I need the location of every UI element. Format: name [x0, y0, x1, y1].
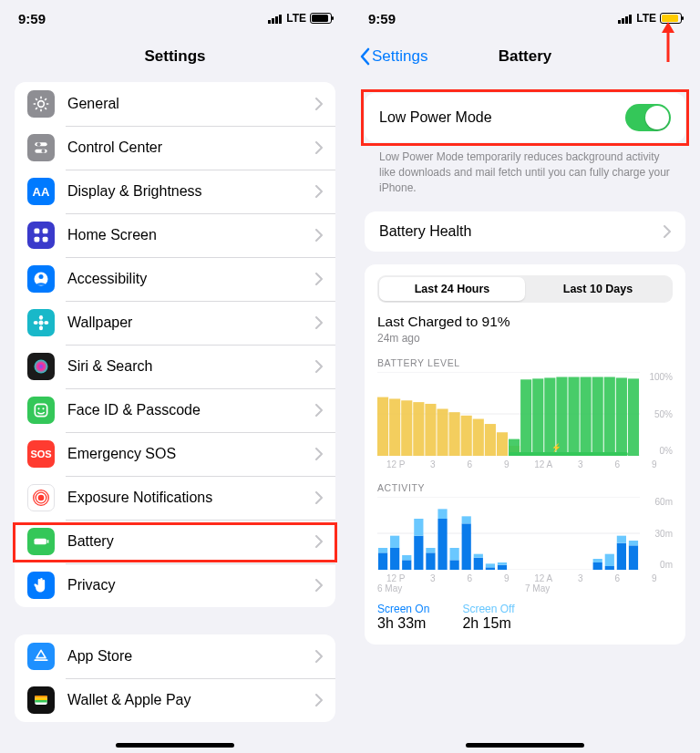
svg-rect-87: [486, 568, 495, 571]
battery-level-chart: ⚡: [377, 372, 640, 456]
hand-icon: [27, 572, 55, 599]
usage-panel: Last 24 Hours Last 10 Days Last Charged …: [365, 264, 685, 645]
svg-rect-72: [390, 536, 399, 548]
battery-icon: [310, 13, 332, 24]
svg-rect-55: [532, 379, 543, 457]
svg-rect-1: [272, 18, 274, 24]
screen-off-value: 2h 15m: [462, 615, 514, 632]
settings-row-control-center[interactable]: Control Center: [15, 126, 335, 170]
sos-icon: SOS: [27, 440, 55, 468]
home-indicator[interactable]: [116, 743, 234, 748]
svg-rect-59: [581, 377, 592, 456]
svg-rect-60: [592, 377, 603, 456]
svg-rect-92: [593, 559, 602, 562]
row-label: Wallet & Apple Pay: [67, 692, 303, 708]
row-label: General: [67, 96, 303, 112]
activity-chart: [377, 497, 640, 570]
signal-icon: [268, 14, 283, 24]
settings-row-display-brightness[interactable]: AADisplay & Brightness: [15, 170, 335, 213]
row-label: Home Screen: [67, 227, 303, 243]
range-segmented-control[interactable]: Last 24 Hours Last 10 Days: [377, 275, 673, 303]
segment-last-10-days[interactable]: Last 10 Days: [525, 277, 671, 301]
settings-row-accessibility[interactable]: Accessibility: [15, 257, 335, 301]
svg-rect-95: [617, 543, 626, 570]
svg-rect-9: [35, 229, 40, 234]
row-label: Display & Brightness: [67, 183, 303, 200]
svg-rect-41: [377, 397, 388, 456]
chevron-right-icon: [315, 491, 323, 504]
svg-rect-3: [279, 15, 282, 24]
wallet-icon: [27, 686, 55, 714]
gear-icon: [27, 90, 55, 118]
svg-rect-6: [35, 150, 46, 153]
chevron-right-icon: [315, 650, 323, 663]
segment-last-24-hours[interactable]: Last 24 Hours: [379, 277, 525, 301]
svg-rect-35: [622, 18, 624, 24]
svg-rect-90: [498, 562, 507, 565]
svg-rect-36: [625, 16, 628, 24]
low-power-mode-hint: Low Power Mode temporarily reduces backg…: [379, 150, 671, 195]
settings-row-wallet-apple-pay[interactable]: Wallet & Apple Pay: [15, 678, 335, 722]
settings-row-app-store[interactable]: App Store: [15, 634, 335, 678]
row-label: Emergency SOS: [67, 446, 303, 462]
flower-icon: [27, 309, 55, 336]
settings-row-home-screen[interactable]: Home Screen: [15, 213, 335, 257]
svg-rect-10: [43, 229, 48, 234]
svg-rect-44: [413, 403, 424, 457]
svg-rect-88: [486, 564, 495, 568]
settings-row-wallpaper[interactable]: Wallpaper: [15, 301, 335, 345]
signal-icon: [618, 14, 633, 24]
svg-rect-73: [402, 561, 411, 571]
low-power-mode-label: Low Power Mode: [379, 109, 492, 126]
svg-rect-64: [509, 452, 628, 456]
svg-rect-58: [568, 377, 579, 456]
nav-bar: Settings Battery: [350, 36, 700, 77]
activity-heading: ACTIVITY: [377, 482, 673, 493]
svg-rect-46: [437, 409, 448, 457]
svg-rect-84: [462, 517, 471, 524]
chevron-right-icon: [315, 98, 323, 110]
last-charged-sub: 24m ago: [377, 332, 673, 345]
svg-rect-61: [604, 377, 615, 456]
settings-row-general[interactable]: General: [15, 82, 335, 126]
svg-point-14: [39, 274, 44, 279]
svg-rect-45: [425, 404, 436, 456]
back-button[interactable]: Settings: [359, 47, 427, 66]
svg-point-18: [34, 321, 38, 325]
chevron-right-icon: [315, 273, 323, 285]
svg-point-8: [41, 150, 45, 153]
activity-y-axis: 60m 30m 0m: [645, 497, 673, 570]
settings-row-privacy[interactable]: Privacy: [15, 563, 335, 607]
chevron-right-icon: [315, 229, 323, 242]
settings-row-emergency-sos[interactable]: SOSEmergency SOS: [15, 432, 335, 476]
row-label: Control Center: [67, 139, 303, 156]
svg-rect-81: [450, 561, 459, 571]
sliders-icon: [27, 134, 55, 161]
svg-rect-77: [426, 553, 435, 571]
battery-level-x-axis: 12 P36912 A369: [377, 459, 673, 469]
settings-row-exposure-notifications[interactable]: Exposure Notifications: [15, 476, 335, 520]
screen-on-value: 3h 33m: [377, 615, 429, 632]
aa-icon: AA: [27, 178, 55, 205]
row-label: Wallpaper: [67, 315, 303, 331]
svg-rect-32: [35, 698, 46, 701]
svg-point-17: [39, 325, 43, 330]
svg-rect-86: [474, 554, 483, 558]
battery-level-heading: BATTERY LEVEL: [377, 357, 673, 368]
chevron-right-icon: [315, 404, 323, 417]
chevron-right-icon: [315, 316, 323, 329]
svg-point-16: [39, 315, 43, 320]
svg-rect-91: [593, 562, 602, 570]
settings-row-siri-search[interactable]: Siri & Search: [15, 345, 335, 388]
svg-rect-82: [450, 548, 459, 560]
settings-row-battery[interactable]: Battery: [15, 520, 335, 563]
svg-point-15: [39, 321, 44, 325]
exposure-icon: [27, 484, 55, 511]
low-power-mode-toggle[interactable]: [625, 104, 671, 131]
battery-health-card[interactable]: Battery Health: [365, 211, 685, 252]
settings-row-face-id-passcode[interactable]: Face ID & Passcode: [15, 388, 335, 432]
battery-level-y-axis: 100% 50% 0%: [645, 372, 673, 456]
home-indicator[interactable]: [466, 743, 584, 748]
svg-rect-71: [390, 548, 399, 570]
svg-rect-21: [35, 404, 46, 416]
